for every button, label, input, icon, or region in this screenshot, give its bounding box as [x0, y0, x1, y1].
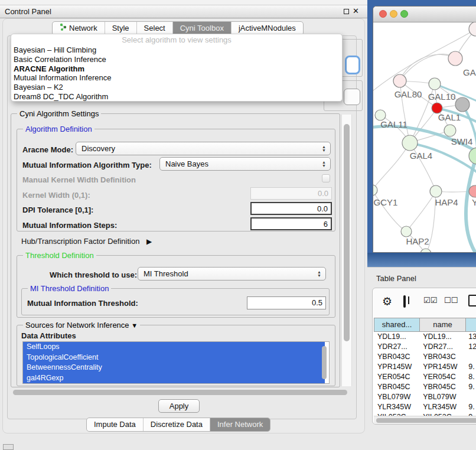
close-icon[interactable]: ✕ [353, 6, 359, 15]
network-node-label: GAL80 [395, 89, 422, 99]
mi-threshold-label: Mutual Information Threshold: [27, 299, 138, 308]
network-svg: GALGAL80GAL10GAL1GAL11SWI4GAL4GCY1HAP4YH… [373, 22, 476, 253]
sources-group-title: Sources for Network Inference ▼ [23, 321, 140, 330]
tab-impute-data[interactable]: Impute Data [87, 418, 143, 431]
table-cell: YBR043C [374, 352, 419, 362]
mi-steps-field[interactable]: 6 [250, 217, 332, 230]
tab-discretize-data[interactable]: Discretize Data [143, 418, 210, 431]
stepper-arrows-icon: ▲▼ [317, 270, 321, 278]
menu-item-bayesian-k2[interactable]: Bayesian – K2 [11, 83, 342, 92]
menu-item-basic-correlation[interactable]: Basic Correlation Inference [11, 55, 342, 64]
document-icon[interactable] [468, 295, 476, 306]
table-row[interactable]: YPR145WYPR145W9. [374, 362, 476, 372]
column-header-partial[interactable] [465, 318, 476, 332]
tab-style-label: Style [112, 22, 129, 35]
table-cell: YBR045C [374, 382, 419, 392]
network-node-label: GAL4 [410, 151, 432, 161]
network-edge [400, 54, 455, 81]
hub-definition-expander[interactable]: Hub/Transcription Factor Definition ▶ [21, 237, 152, 246]
menu-item-bayesian-hill-climbing[interactable]: Bayesian – Hill Climbing [11, 45, 342, 55]
table-row[interactable]: YBL079WYBL079W [374, 392, 476, 402]
tab-jactivemnodules-label: jActiveMNodules [239, 22, 296, 35]
network-node-hap4[interactable] [430, 185, 442, 197]
settings-hscrollbar-thumb[interactable] [13, 390, 347, 395]
checked-checkboxes-icon[interactable]: ☑☑ [423, 296, 437, 305]
mi-threshold-field[interactable]: 0.5 [247, 296, 326, 309]
table-cell: YBL079W [419, 392, 465, 402]
tab-style[interactable]: Style [105, 22, 136, 35]
tab-select[interactable]: Select [136, 22, 172, 35]
table-hscrollbar-track[interactable] [374, 416, 476, 425]
table-row[interactable]: YDR27...YDR27...12 [374, 342, 476, 352]
network-node[interactable] [469, 148, 476, 164]
network-canvas[interactable]: GALGAL80GAL10GAL1GAL11SWI4GAL4GCY1HAP4YH… [373, 22, 476, 253]
network-window: GALGAL80GAL10GAL1GAL11SWI4GAL4GCY1HAP4YH… [373, 6, 476, 253]
table-cell: 9. [465, 362, 476, 372]
menu-item-mutual-information[interactable]: Mutual Information Inference [11, 73, 342, 83]
table-cell: YPR145W [374, 362, 419, 372]
network-edge [406, 191, 436, 231]
network-node-label: Y [472, 197, 476, 207]
network-node-gal[interactable] [448, 51, 462, 66]
mi-threshold-definition-title: MI Threshold Definition [28, 284, 111, 293]
table-row[interactable]: YLR345WYLR345W9. [374, 402, 476, 412]
tab-impute-data-label: Impute Data [94, 418, 136, 431]
table-row[interactable]: YBR043CYBR043C [374, 352, 476, 362]
list-scrollbar-thumb[interactable] [322, 346, 327, 379]
unchecked-checkboxes-icon[interactable]: ☐☐ [444, 296, 458, 305]
control-panel-titlebar: Control Panel ✕ [0, 5, 367, 18]
minimize-traffic-light[interactable] [390, 10, 397, 18]
list-item-selected[interactable]: TopologicalCoefficient [23, 353, 325, 363]
tab-cyni-toolbox-label: Cyni Toolbox [180, 22, 224, 35]
mi-type-select[interactable]: Naive Bayes ▲▼ [159, 157, 331, 171]
tab-jactivemnodules[interactable]: jActiveMNodules [231, 22, 303, 35]
list-item-selected[interactable]: SelfLoops [23, 342, 325, 353]
which-threshold-value: MI Threshold [144, 269, 188, 278]
table-row[interactable]: YER054CYER054C8. [374, 372, 476, 382]
gear-icon[interactable]: ⚙ [382, 296, 392, 307]
network-node-swi4[interactable] [444, 125, 456, 136]
network-node-hap2[interactable] [401, 226, 412, 237]
which-threshold-select[interactable]: MI Threshold ▲▼ [138, 267, 326, 281]
table-cell: YDL19... [374, 332, 419, 342]
mi-type-label: Mutual Information Algorithm Type: [22, 161, 152, 169]
table-cell: YLR345W [374, 402, 419, 412]
tab-network[interactable]: Network [53, 22, 105, 35]
menu-item-aracne[interactable]: ARACNE Algorithm [11, 64, 342, 74]
column-header-shared-name[interactable]: shared... [374, 318, 420, 332]
network-node[interactable] [469, 22, 476, 36]
menu-item-dream8[interactable]: Dream8 DC_TDC Algorithm [11, 92, 342, 102]
kernel-width-label: Kernel Width (0,1): [22, 191, 90, 200]
split-columns-icon[interactable] [403, 295, 406, 308]
zoom-traffic-light[interactable] [400, 10, 408, 18]
float-window-icon[interactable] [344, 9, 349, 14]
data-attributes-list: SelfLoops TopologicalCoefficient Between… [22, 341, 330, 384]
tab-cyni-toolbox[interactable]: Cyni Toolbox [172, 22, 231, 35]
network-node-gcy1[interactable] [373, 185, 377, 195]
settings-scrollbar-thumb[interactable] [344, 124, 350, 341]
close-traffic-light[interactable] [379, 10, 387, 18]
dpi-tolerance-field[interactable]: 0.0 [250, 202, 332, 215]
kernel-width-field: 0.0 [250, 187, 332, 200]
network-node-gal4[interactable] [402, 135, 418, 151]
network-node-label: HAP2 [406, 236, 429, 246]
column-header-name[interactable]: name [419, 318, 466, 332]
network-edge [373, 143, 410, 190]
list-item-selected[interactable]: BetweennessCentrality [23, 363, 325, 373]
table-cell: 12 [465, 342, 476, 352]
table-row[interactable]: YBR045CYBR045C9. [374, 382, 476, 392]
network-node-label: GAL10 [428, 92, 456, 102]
network-node[interactable] [455, 97, 470, 112]
table-row[interactable]: YDL19...YDL19...13 [374, 332, 476, 342]
network-edge [373, 190, 406, 231]
network-node-gal10[interactable] [429, 78, 441, 90]
aracne-mode-select[interactable]: Discovery ▲▼ [76, 142, 331, 155]
expander-right-arrow-icon: ▶ [146, 237, 152, 246]
apply-button[interactable]: Apply [158, 399, 200, 413]
network-node-gal80[interactable] [393, 74, 406, 87]
expander-down-arrow-icon[interactable]: ▼ [131, 322, 138, 329]
table-hscrollbar-thumb[interactable] [376, 418, 476, 423]
tab-infer-network[interactable]: Infer Network [210, 418, 270, 431]
hub-definition-label: Hub/Transcription Factor Definition [21, 237, 139, 246]
list-item-selected[interactable]: gal4RGexp [23, 373, 325, 384]
